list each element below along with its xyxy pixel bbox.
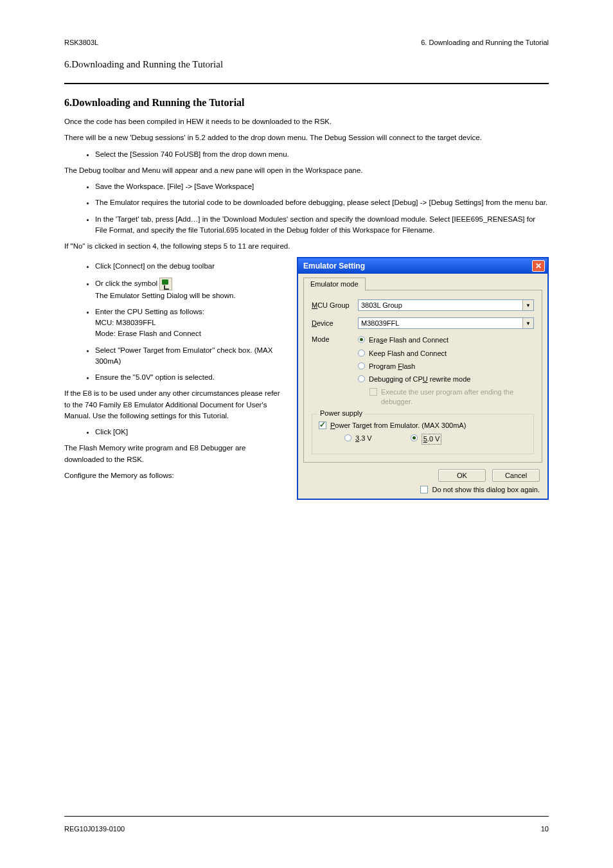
step-2: Save the Workspace. [File] -> [Save Work… — [95, 181, 549, 192]
post-2: Configure the Memory as follows: — [64, 470, 284, 481]
ok-button[interactable]: OK — [438, 469, 486, 482]
step-8: Ensure the "5.0V" option is selected. — [95, 372, 284, 383]
intro-2: There will be a new 'Debug sessions' in … — [64, 132, 549, 143]
power-supply-fieldset: Power supply Power Target from Emulator.… — [312, 414, 534, 454]
step-4: In the 'Target' tab, press [Add…] in the… — [95, 214, 549, 236]
close-icon[interactable]: ✕ — [532, 260, 545, 272]
do-not-show-label: Do not show this dialog box again. — [432, 486, 540, 493]
radio-3-3v[interactable]: 3.3 V — [344, 434, 372, 444]
mcu-group-select[interactable]: 3803L Group ▼ — [358, 299, 534, 311]
footer-right: 10 — [541, 825, 549, 833]
step-9: Click [OK] — [95, 427, 284, 438]
radio-erase-flash[interactable]: Erase Flash and Connect — [358, 335, 534, 344]
mode-label: Mode — [312, 335, 358, 343]
checkbox-execute-after-debugger: Execute the user program after ending th… — [369, 387, 534, 406]
note-after-1: The Debug toolbar and Menu will appear a… — [64, 165, 549, 176]
step-3: The Emulator requires the tutorial code … — [95, 197, 549, 208]
radio-debug-cpu-rewrite[interactable]: Debugging of CPU rewrite mode — [358, 375, 534, 384]
tab-panel: MCU Group 3803L Group ▼ Device M38039FFL — [303, 290, 542, 462]
mcu-group-label: MCU Group — [312, 301, 358, 309]
step-1: Select the [Session 740 FoUSB] from the … — [95, 149, 549, 160]
cancel-button[interactable]: Cancel — [492, 469, 540, 482]
checkbox-do-not-show-again[interactable] — [420, 486, 428, 493]
tab-emulator-mode[interactable]: Emulator mode — [303, 278, 366, 290]
page-title: 6.Downloading and Running the Tutorial — [64, 59, 549, 70]
radio-keep-flash[interactable]: Keep Flash and Connect — [358, 349, 534, 358]
emulator-setting-dialog: Emulator Setting ✕ Emulator mode MCU Gro… — [297, 257, 549, 499]
step-7: Select "Power Target from Emulator" chec… — [95, 345, 284, 368]
footer-divider — [64, 816, 549, 817]
chapter-title: 6.Downloading and Running the Tutorial — [64, 97, 549, 109]
post-1: The Flash Memory write program and E8 De… — [64, 443, 284, 465]
step-5-alt: Or click the symbol The Emulator Setting… — [95, 278, 284, 301]
chevron-down-icon[interactable]: ▼ — [522, 318, 533, 328]
step-6: Enter the CPU Setting as follows: MCU: M… — [95, 306, 284, 340]
radio-5-0v[interactable]: 5.0 V — [411, 434, 442, 444]
dialog-titlebar[interactable]: Emulator Setting ✕ — [298, 258, 547, 274]
checkbox-power-target-from-emulator[interactable]: Power Target from Emulator. (MAX 300mA) — [319, 421, 527, 430]
title-divider — [64, 83, 549, 84]
step-5: Click [Connect] on the debug toolbar — [95, 261, 284, 272]
device-value: M38039FFL — [359, 318, 522, 328]
mcu-group-value: 3803L Group — [359, 300, 522, 310]
header-left: RSK3803L — [64, 39, 98, 46]
device-select[interactable]: M38039FFL ▼ — [358, 317, 534, 329]
header-right: 6. Downloading and Running the Tutorial — [421, 39, 549, 46]
device-label: Device — [312, 319, 358, 327]
radio-program-flash[interactable]: Program Flash — [358, 362, 534, 371]
power-supply-legend: Power supply — [317, 409, 365, 417]
chevron-down-icon[interactable]: ▼ — [522, 300, 533, 310]
green-chip-icon — [159, 278, 172, 290]
dialog-title-text: Emulator Setting — [303, 261, 365, 270]
footer-left: REG10J0139-0100 — [64, 825, 125, 833]
warning-text: If the E8 is to be used under any other … — [64, 388, 284, 421]
note-after-4: If "No" is clicked in section 4, the fol… — [64, 241, 549, 252]
intro-1: Once the code has been compiled in HEW i… — [64, 116, 549, 127]
